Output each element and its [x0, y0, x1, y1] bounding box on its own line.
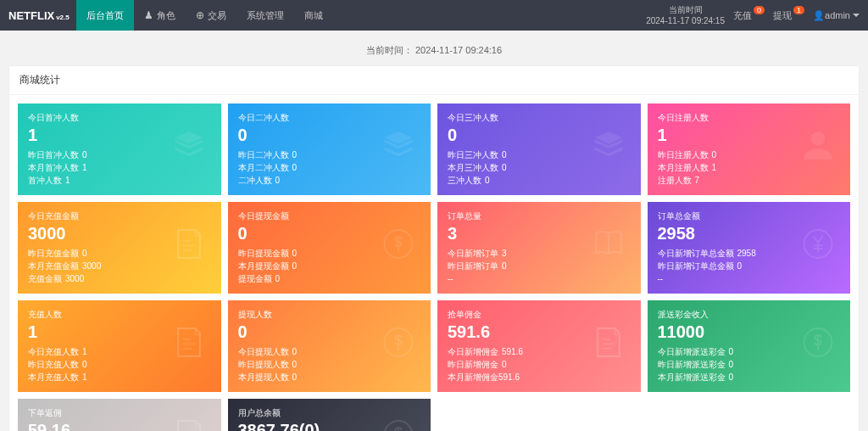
- stat-card: 今日三冲人数0昨日三冲人数0本月三冲人数0三冲人数0: [437, 104, 641, 195]
- stat-card: 今日注册人数1昨日注册人数0本月注册人数1注册人数7: [648, 104, 851, 195]
- logo: NETFLIX v2.5: [8, 9, 70, 22]
- stack-icon: [380, 127, 417, 172]
- stat-line-label: 昨日二冲人数: [238, 150, 289, 160]
- stat-line-value: 0: [292, 163, 298, 172]
- stat-card: 抢单佣金591.6今日新增佣金591.6昨日新增佣金0本月新增佣金591.6: [437, 300, 641, 392]
- stat-line-label: 今日新增订单总金额: [658, 249, 734, 258]
- stat-line-label: 昨日新增订单总金额: [658, 261, 734, 271]
- stat-title: 订单总金额: [658, 210, 841, 222]
- stat-line-label: 昨日首冲人数: [28, 150, 79, 160]
- stat-line-value: 0: [82, 360, 87, 369]
- dollar-icon: [380, 226, 417, 271]
- logo-version: v2.5: [56, 14, 70, 21]
- nav-system[interactable]: 系统管理: [236, 0, 294, 31]
- stat-line-label: 今日充值人数: [28, 347, 79, 356]
- withdraw-link[interactable]: 提现 1: [773, 9, 804, 22]
- stat-card: 今日提现金额0昨日提现金额0本月提现金额0提现金额0: [228, 202, 431, 294]
- top-header: NETFLIX v2.5 后台首页 ♟ 角色 ⊕ 交易 系统管理 商城 当前时间…: [0, 0, 868, 31]
- stat-line-label: 昨日新增佣金: [448, 360, 498, 369]
- user-icon: [799, 127, 837, 172]
- stat-line-label: --: [658, 274, 664, 283]
- stat-line-label: 首冲人数: [28, 176, 62, 185]
- stat-line-value: 0: [712, 150, 717, 160]
- stat-title: 派送彩金收入: [658, 309, 841, 321]
- stat-title: 今日充值金额: [28, 210, 211, 222]
- stat-line-label: 昨日新增订单: [448, 261, 498, 271]
- note-icon: [590, 324, 627, 369]
- admin-name: admin: [825, 10, 850, 20]
- stat-line-value: 0: [82, 249, 87, 258]
- stat-line-label: 昨日提现金额: [238, 249, 289, 258]
- stat-line-label: 昨日注册人数: [658, 150, 709, 160]
- stat-line-label: 提现金额: [238, 274, 272, 283]
- stat-line: 本月新增派送彩金0: [658, 371, 841, 383]
- stat-line: 本月充值人数1: [28, 371, 211, 383]
- dollar-icon: [380, 324, 417, 369]
- stat-line: 三冲人数0: [448, 174, 631, 187]
- admin-menu[interactable]: 👤 admin: [813, 10, 860, 21]
- stat-line-value: 0: [485, 176, 490, 185]
- stat-title: 今日首冲人数: [28, 112, 211, 124]
- timestamp-bar: 当前时间： 2024-11-17 09:24:16: [8, 39, 860, 65]
- cards-grid: 今日首冲人数1昨日首冲人数0本月首冲人数1首冲人数1今日二冲人数0昨日二冲人数0…: [18, 104, 850, 431]
- stat-card: 今日充值金额3000昨日充值金额0本月充值金额3000充值金额3000: [18, 202, 221, 294]
- stat-card: 派送彩金收入11000今日新增派送彩金0昨日新增派送彩金0本月新增派送彩金0: [648, 300, 851, 392]
- timestamp-value: 2024-11-17 09:24:16: [415, 45, 502, 55]
- stats-panel: 商城统计 今日首冲人数1昨日首冲人数0本月首冲人数1首冲人数1今日二冲人数0昨日…: [8, 65, 860, 431]
- stat-card: 今日首冲人数1昨日首冲人数0本月首冲人数1首冲人数1: [18, 104, 221, 195]
- stat-line-label: 今日新增派送彩金: [658, 347, 726, 356]
- stat-line-value: 0: [502, 150, 507, 160]
- stat-line-label: 昨日新增派送彩金: [658, 360, 726, 369]
- stat-line-label: 充值金额: [28, 274, 62, 283]
- stat-line-value: 3: [502, 249, 507, 258]
- stat-card: 用户总余额3867.76(0)今日利息宝转出0今日利息宝收益0: [228, 399, 431, 431]
- stats-panel-title: 商城统计: [9, 66, 859, 95]
- stat-line-label: 今日新增佣金: [448, 347, 498, 356]
- note-icon: [170, 416, 208, 431]
- user-icon: 👤: [813, 10, 825, 21]
- stat-line-label: 昨日三冲人数: [448, 150, 498, 160]
- book-icon: [590, 226, 627, 271]
- time-label: 当前时间: [646, 4, 725, 15]
- dollar-icon: [380, 416, 417, 431]
- recharge-link[interactable]: 充值 0: [733, 9, 765, 22]
- stat-line-value: 0: [502, 360, 507, 369]
- stat-line-value: 0: [275, 176, 281, 185]
- logo-text: NETFLIX: [8, 9, 54, 22]
- stat-card: 下单返佣59.16今日新增佣金59.16昨日新增佣金0: [18, 399, 221, 431]
- stat-line-label: 本月新增派送彩金: [658, 372, 726, 382]
- stat-line-label: 今日提现人数: [238, 347, 289, 356]
- stat-line: --: [658, 272, 841, 285]
- stat-line-label: 二冲人数: [238, 176, 272, 185]
- stat-title: 今日提现金额: [238, 210, 421, 222]
- dollar-icon: [799, 324, 837, 369]
- stat-line-label: 昨日充值金额: [28, 249, 79, 258]
- stat-title: 订单总量: [448, 210, 631, 222]
- nav-trade[interactable]: ⊕ 交易: [186, 0, 236, 31]
- stat-line: 注册人数7: [658, 174, 841, 187]
- stat-line-label: 本月三冲人数: [448, 163, 498, 172]
- stat-line-value: 0: [737, 261, 743, 271]
- stat-line-label: 本月注册人数: [658, 163, 709, 172]
- stat-line-value: 0: [292, 150, 298, 160]
- stat-line-value: 3000: [82, 261, 101, 271]
- header-right: 当前时间 2024-11-17 09:24:15 充值 0 提现 1 👤 adm…: [646, 4, 860, 26]
- nav-role[interactable]: ♟ 角色: [134, 0, 186, 31]
- nav-home[interactable]: 后台首页: [76, 0, 134, 31]
- stat-title: 今日三冲人数: [448, 112, 631, 124]
- time-value: 2024-11-17 09:24:15: [646, 15, 725, 26]
- timestamp-label: 当前时间：: [366, 45, 413, 55]
- recharge-badge: 0: [754, 6, 765, 14]
- stat-line-value: 0: [502, 163, 507, 172]
- nav-mall[interactable]: 商城: [294, 0, 333, 31]
- stat-line: 首冲人数1: [28, 174, 211, 187]
- stat-line-value: 1: [82, 347, 87, 356]
- main-content: 当前时间： 2024-11-17 09:24:16 商城统计 今日首冲人数1昨日…: [0, 31, 868, 431]
- stat-card: 订单总金额2958今日新增订单总金额2958昨日新增订单总金额0--: [648, 202, 851, 294]
- stat-line-label: 本月提现金额: [238, 261, 289, 271]
- nav-label: 系统管理: [247, 9, 284, 22]
- stat-line-value: 0: [82, 150, 87, 160]
- stat-line-value: 3000: [65, 274, 84, 283]
- withdraw-badge: 1: [793, 6, 804, 14]
- nav-label: 交易: [208, 9, 226, 22]
